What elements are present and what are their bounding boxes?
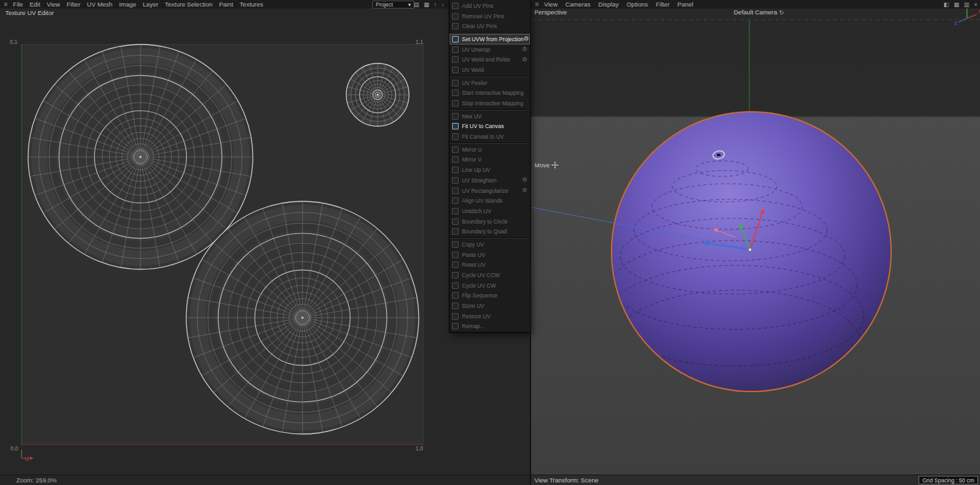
vp-menu-cameras[interactable]: Cameras	[565, 1, 591, 8]
camera-cycle-icon[interactable]: ↻	[779, 9, 785, 16]
uv-menu-item-label: UV Rectangularize	[462, 188, 508, 194]
uv-menu-item-boundary-to-circle[interactable]: Boundary to Circle	[449, 216, 530, 227]
menu-filter[interactable]: Filter	[67, 1, 80, 8]
uv-corner-01: 0,1	[10, 39, 18, 45]
uv-menu-item-line-up-uv[interactable]: Line Up UV	[449, 165, 530, 175]
uv-weld-and-relax-icon	[452, 56, 459, 63]
uv-menu-item-set-uvw-from-projection[interactable]: Set UVW from Projection⚙	[449, 34, 530, 44]
uv-menu-item-stop-interactive-mapping[interactable]: Stop Interactive Mapping	[449, 98, 530, 109]
sphere-object[interactable]	[612, 112, 891, 392]
uv-menu-item-mirror-v[interactable]: Mirror V	[449, 155, 530, 165]
menu-textures[interactable]: Textures	[240, 1, 263, 8]
uv-menu-item-remove-uv-pins[interactable]: Remove UV Pins	[449, 11, 530, 22]
download-icon[interactable]: ↓	[442, 1, 445, 8]
uv-peeler-icon	[452, 80, 459, 86]
uv-menu-item-max-uv[interactable]: Max UV	[449, 111, 530, 122]
shade-view-icon[interactable]: ◧	[943, 1, 949, 8]
uv-menu-item-cycle-uv-cw[interactable]: Cycle UV CW	[449, 280, 530, 291]
menu-uv-mesh[interactable]: UV Mesh	[87, 1, 112, 8]
menu-layer[interactable]: Layer	[143, 1, 159, 8]
boundary-to-quad-icon	[452, 228, 459, 235]
menu-hamburger-icon[interactable]: ≡	[4, 1, 8, 8]
uv-menu-item-paste-uv[interactable]: Paste UV	[449, 250, 530, 260]
grid-spacing-box[interactable]: Grid Spacing : 50 cm	[919, 476, 978, 484]
menu-image[interactable]: Image	[119, 1, 136, 8]
uv-editor-toolbar: ▤▦↑↓	[414, 0, 444, 8]
restore-uv-icon	[452, 313, 459, 320]
uv-menu-item-label: Clear UV Pins	[462, 23, 497, 29]
uv-menu-item-copy-uv[interactable]: Copy UV	[449, 239, 530, 250]
uv-menu-item-label: UV Weld and Relax	[462, 56, 510, 63]
panel-icon[interactable]: ▥	[964, 1, 970, 8]
max-uv-icon	[452, 113, 459, 120]
uv-menu-item-mirror-u[interactable]: Mirror U	[449, 144, 530, 155]
uv-menu-item-store-uv[interactable]: Store UV	[449, 301, 530, 311]
histogram-icon[interactable]: ▤	[414, 1, 419, 8]
uv-menu-item-cycle-uv-ccw[interactable]: Cycle UV CCW	[449, 270, 530, 280]
uv-menu-item-uv-rectangularize[interactable]: UV Rectangularize⚙	[449, 186, 530, 196]
unstitch-uv-icon	[452, 208, 459, 214]
uv-menu-item-uv-straighten[interactable]: UV Straighten⚙	[449, 175, 530, 186]
gear-icon[interactable]: ⚙	[522, 57, 527, 63]
uv-menu-item-unstitch-uv[interactable]: Unstitch UV	[449, 206, 530, 216]
gear-icon[interactable]: ⚙	[522, 177, 527, 183]
flip-sequence-icon	[452, 292, 459, 299]
uv-menu-item-label: Copy UV	[462, 241, 484, 248]
uv-island-1[interactable]	[28, 44, 253, 269]
menu-edit[interactable]: Edit	[29, 1, 40, 8]
gear-icon[interactable]: ⚙	[523, 36, 529, 42]
menu-view[interactable]: View	[47, 1, 60, 8]
mirror-v-icon	[452, 156, 459, 163]
move-tool-icon	[551, 161, 559, 169]
uv-menu-item-fit-canvas-to-uv[interactable]: Fit Canvas to UV	[449, 131, 530, 142]
viewport-canvas[interactable]: YXZ	[531, 0, 980, 485]
uv-menu-item-remap[interactable]: Remap...	[449, 322, 530, 332]
vp-menu-panel[interactable]: Panel	[678, 1, 693, 8]
uv-menu-item-uv-weld-and-relax[interactable]: UV Weld and Relax⚙	[449, 54, 530, 65]
copy-uv-icon	[452, 241, 459, 248]
vp-menu-options[interactable]: Options	[627, 1, 648, 8]
camera-label[interactable]: Default Camera ↻	[734, 8, 784, 16]
uv-menu-item-restore-uv[interactable]: Restore UV	[449, 311, 530, 322]
uv-menu-item-fit-uv-to-canvas[interactable]: Fit UV to Canvas	[449, 122, 530, 132]
uv-island-2[interactable]	[186, 201, 419, 434]
view-mode-label[interactable]: Perspective	[534, 8, 567, 16]
stop-interactive-mapping-icon	[452, 100, 459, 107]
uv-menu-item-reset-uv[interactable]: Reset UV	[449, 260, 530, 271]
uv-menu-item-label: Boundary to Quad	[462, 228, 507, 235]
menu-file[interactable]: File	[13, 1, 23, 8]
grid-icon[interactable]: ▦	[424, 1, 430, 8]
uv-island-3[interactable]	[346, 63, 409, 126]
menu-texture-selection[interactable]: Texture Selection	[165, 1, 212, 8]
uv-menu-item-uv-weld[interactable]: UV Weld	[449, 65, 530, 75]
uv-menu-item-flip-sequence[interactable]: Flip Sequence	[449, 291, 530, 301]
grid-view-icon[interactable]: ▦	[954, 1, 960, 8]
uv-menu-item-label: Boundary to Circle	[462, 218, 508, 225]
uv-menu-item-align-uv-islands[interactable]: Align UV Islands	[449, 195, 530, 206]
menu-divider	[449, 237, 530, 239]
uv-menu-item-uv-unwrap[interactable]: UV Unwrap⚙	[449, 44, 530, 55]
uv-menu-item-label: Restore UV	[462, 313, 491, 320]
project-dropdown[interactable]: Project ▾	[372, 1, 414, 8]
uv-menu-item-label: Cycle UV CCW	[462, 272, 500, 278]
vp-menu-display[interactable]: Display	[598, 1, 619, 8]
uv-menu-item-boundary-to-quad[interactable]: Boundary to Quad	[449, 226, 530, 237]
uv-menu-item-uv-peeler[interactable]: UV Peeler	[449, 78, 530, 88]
vp-menu-view[interactable]: View	[544, 1, 557, 8]
pane-splitter[interactable]	[530, 0, 531, 485]
uv-menu-item-start-interactive-mapping[interactable]: Start Interactive Mapping	[449, 88, 530, 99]
uv-menu-item-add-uv-pins[interactable]: Add UV Pins	[449, 1, 530, 11]
gear-icon[interactable]: ⚙	[522, 46, 527, 52]
menu-paint[interactable]: Paint	[219, 1, 233, 8]
gear-icon[interactable]: ⚙	[522, 188, 527, 193]
viewport-hamburger-icon[interactable]: ≡	[535, 1, 539, 8]
add-uv-pins-icon	[452, 3, 459, 9]
uv-menu-item-label: Mirror U	[462, 146, 482, 153]
uv-menu-item-clear-uv-pins[interactable]: Clear UV Pins	[449, 21, 530, 31]
line-up-uv-icon	[452, 167, 459, 173]
upload-icon[interactable]: ↑	[434, 1, 437, 8]
vp-menu-filter[interactable]: Filter	[656, 1, 670, 8]
gizmo-center[interactable]	[749, 248, 752, 252]
close-icon[interactable]: ×	[974, 1, 977, 8]
clear-uv-pins-icon	[452, 23, 459, 29]
